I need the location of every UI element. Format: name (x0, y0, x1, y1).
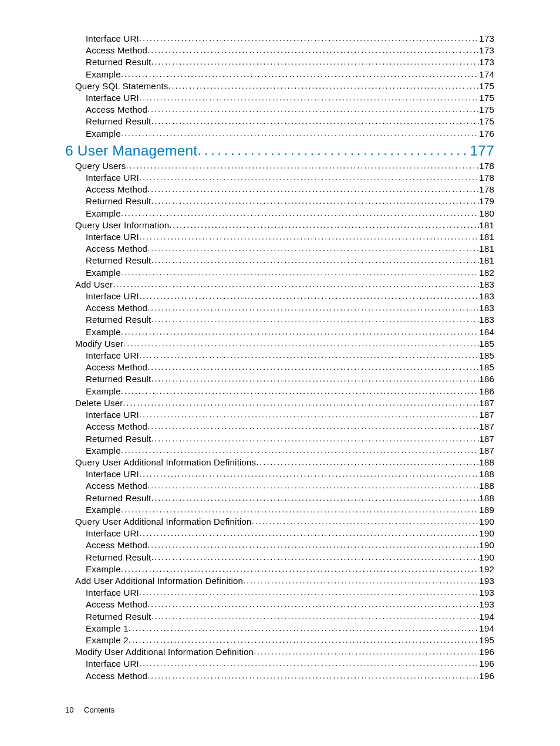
toc-dot-leader (121, 326, 480, 337)
toc-entry-page: 175 (479, 92, 494, 104)
toc-entry[interactable]: Interface URI196 (86, 658, 494, 670)
toc-entry[interactable]: Interface URI187 (86, 409, 494, 421)
toc-dot-leader (126, 160, 479, 171)
toc-entry[interactable]: Query User Additional Information Defini… (75, 457, 494, 468)
toc-entry-page: 185 (479, 338, 494, 350)
toc-dot-leader (197, 142, 470, 158)
toc-entry-title: Query SQL Statements (75, 80, 168, 92)
toc-entry[interactable]: Example184 (86, 326, 494, 338)
toc-dot-leader (151, 254, 479, 266)
toc-entry[interactable]: Access Method196 (86, 670, 494, 682)
toc-entry[interactable]: Access Method183 (86, 302, 494, 314)
toc-entry[interactable]: Query User Additional Information Defini… (75, 516, 494, 528)
toc-entry[interactable]: Access Method178 (86, 184, 494, 195)
toc-entry-page: 187 (479, 421, 494, 433)
toc-dot-leader (151, 492, 479, 504)
toc-dot-leader (121, 207, 480, 219)
toc-entry[interactable]: Delete User187 (75, 397, 494, 409)
toc-entry-title: Returned Result (86, 314, 151, 326)
toc-entry-title: Interface URI (86, 587, 139, 599)
toc-entry-title: Access Method (86, 184, 147, 195)
toc-entry[interactable]: Example174 (86, 69, 494, 80)
toc-entry-title: Add User (75, 279, 113, 291)
toc-entry[interactable]: Returned Result173 (86, 56, 494, 68)
toc-entry-title: Query User Additional Information Defini… (75, 516, 252, 528)
toc-entry-title: Example (86, 69, 121, 80)
toc-entry[interactable]: Example 2195 (86, 634, 494, 646)
toc-entry-title: Returned Result (86, 116, 151, 127)
toc-entry[interactable]: Access Method187 (86, 421, 494, 433)
toc-entry[interactable]: Interface URI188 (86, 468, 494, 480)
toc-entry-page: 178 (479, 160, 494, 172)
toc-dot-leader (254, 646, 479, 657)
toc-entry[interactable]: Example176 (86, 128, 494, 140)
page-footer: 10 Contents (65, 706, 114, 714)
toc-entry[interactable]: Interface URI185 (86, 350, 494, 362)
toc-entry[interactable]: Example182 (86, 267, 494, 279)
toc-entry-page: 184 (479, 326, 494, 338)
toc-entry[interactable]: Returned Result187 (86, 433, 494, 445)
toc-entry[interactable]: Modify User185 (75, 338, 494, 350)
toc-dot-leader (151, 551, 479, 563)
toc-entry[interactable]: Access Method193 (86, 599, 494, 610)
toc-entry-page: 196 (479, 658, 494, 670)
toc-entry[interactable]: Interface URI181 (86, 231, 494, 243)
toc-entry-page: 190 (479, 552, 494, 563)
toc-dot-leader (139, 32, 479, 44)
toc-entry[interactable]: Access Method185 (86, 362, 494, 373)
toc-dot-leader (139, 527, 479, 539)
toc-entry[interactable]: Interface URI175 (86, 92, 494, 104)
toc-entry[interactable]: Returned Result188 (86, 492, 494, 504)
toc-entry-title: Returned Result (86, 373, 151, 385)
toc-entry[interactable]: Example180 (86, 208, 494, 220)
toc-dot-leader (147, 302, 479, 313)
toc-entry-page: 182 (479, 267, 494, 279)
toc-entry[interactable]: Returned Result181 (86, 255, 494, 266)
toc-dot-leader (252, 515, 480, 527)
toc-entry-title: Access Method (86, 243, 147, 255)
toc-entry[interactable]: Modify User Additional Information Defin… (75, 646, 494, 658)
toc-entry-page: 190 (479, 528, 494, 539)
toc-entry[interactable]: Interface URI190 (86, 528, 494, 539)
toc-entry-title: Access Method (86, 480, 147, 492)
toc-dot-leader (151, 373, 479, 384)
toc-entry[interactable]: Add User Additional Information Definiti… (75, 575, 494, 587)
toc-entry-title: Interface URI (86, 528, 139, 539)
toc-entry[interactable]: Returned Result186 (86, 373, 494, 385)
toc-entry-page: 181 (479, 243, 494, 255)
toc-entry[interactable]: Interface URI183 (86, 291, 494, 302)
toc-entry-title: Interface URI (86, 33, 139, 45)
toc-entry[interactable]: Access Method190 (86, 539, 494, 551)
toc-entry-page: 196 (479, 670, 494, 682)
toc-entry[interactable]: 6 User Management177 (65, 143, 494, 159)
toc-entry[interactable]: Returned Result183 (86, 314, 494, 326)
toc-entry[interactable]: Add User183 (75, 279, 494, 291)
toc-entry[interactable]: Returned Result175 (86, 116, 494, 127)
toc-entry-page: 187 (479, 445, 494, 457)
toc-entry[interactable]: Example192 (86, 563, 494, 575)
toc-entry[interactable]: Example187 (86, 445, 494, 457)
toc-entry-page: 178 (479, 184, 494, 195)
toc-entry[interactable]: Access Method181 (86, 243, 494, 255)
toc-entry[interactable]: Interface URI193 (86, 587, 494, 599)
toc-entry[interactable]: Interface URI173 (86, 33, 494, 45)
toc-entry[interactable]: Returned Result179 (86, 195, 494, 207)
toc-entry-page: 173 (479, 56, 494, 68)
toc-entry[interactable]: Access Method188 (86, 480, 494, 492)
toc-entry[interactable]: Returned Result190 (86, 552, 494, 563)
toc-dot-leader (129, 622, 480, 634)
toc-entry[interactable]: Returned Result194 (86, 611, 494, 623)
toc-entry-title: Query Users (75, 160, 126, 172)
toc-entry-page: 180 (479, 208, 494, 220)
toc-entry[interactable]: Query User Information181 (75, 220, 494, 231)
toc-entry[interactable]: Access Method173 (86, 45, 494, 56)
toc-entry[interactable]: Query SQL Statements175 (75, 80, 494, 92)
toc-entry[interactable]: Interface URI178 (86, 172, 494, 184)
toc-entry-title: Interface URI (86, 291, 139, 302)
toc-entry-page: 187 (479, 409, 494, 421)
toc-entry[interactable]: Query Users178 (75, 160, 494, 172)
toc-entry[interactable]: Example186 (86, 386, 494, 397)
toc-entry[interactable]: Access Method175 (86, 104, 494, 116)
toc-entry[interactable]: Example189 (86, 504, 494, 516)
toc-entry[interactable]: Example 1194 (86, 623, 494, 634)
